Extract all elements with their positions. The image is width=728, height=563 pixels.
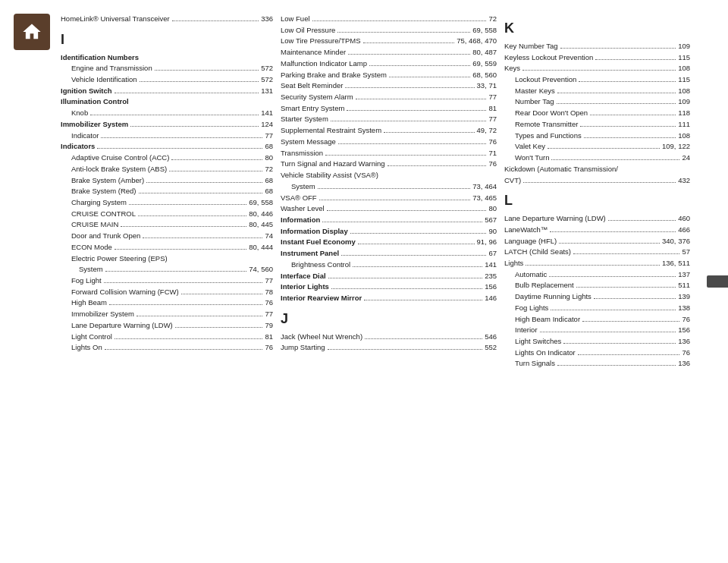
- entry-label: LaneWatch™: [504, 225, 548, 236]
- entry-pagenum: 74, 560: [249, 264, 273, 275]
- list-item: Smart Entry System81: [281, 103, 497, 115]
- entry-dots: [175, 327, 263, 328]
- list-item: Light Switches136: [504, 336, 690, 348]
- entry-dots: [560, 48, 676, 49]
- list-item: Interior Rearview Mirror146: [281, 293, 497, 304]
- entry-dots: [146, 182, 262, 183]
- list-item: Illumination Control: [61, 96, 273, 108]
- entry-label: Lane Departure Warning (LDW): [504, 213, 606, 225]
- list-item: Instant Fuel Economy91, 96: [281, 237, 497, 248]
- entry-pagenum: 68, 560: [472, 70, 497, 81]
- list-item: Seat Belt Reminder33, 71: [281, 80, 497, 92]
- list-item: Won't Turn24: [504, 153, 690, 164]
- entry-dots: [322, 222, 482, 222]
- entry-label: Lights On Indicator: [515, 348, 576, 359]
- entry-label: Starter System: [281, 114, 328, 125]
- entry-pagenum: 136: [678, 336, 690, 348]
- entry-label: Anti-lock Brake System (ABS): [71, 164, 167, 175]
- list-item: CRUISE MAIN80, 445: [61, 219, 273, 231]
- entry-dots: [551, 310, 676, 310]
- list-item: Anti-lock Brake System (ABS)72: [61, 164, 273, 175]
- list-item: Fog Lights138: [504, 303, 690, 314]
- entry-dots: [105, 271, 247, 272]
- column-left: HomeLink® Universal Transceiver336IIdent…: [61, 14, 273, 533]
- entry-label: Number Tag: [515, 96, 554, 108]
- entry-label: System: [291, 181, 315, 193]
- entry-dots: [347, 110, 486, 111]
- entry-pagenum: 57: [682, 247, 690, 258]
- list-item: Lights On Indicator76: [504, 348, 690, 359]
- entry-label: Interior: [515, 325, 538, 336]
- entry-dots: [608, 220, 676, 221]
- entry-label: Indicator: [71, 131, 99, 142]
- list-item: Adaptive Cruise Control (ACC)80: [61, 153, 273, 164]
- entry-label: Master Keys: [515, 86, 555, 97]
- entry-dots: [115, 338, 263, 339]
- list-item: Interior156: [504, 325, 690, 336]
- column-right: KKey Number Tag109Keyless Lockout Preven…: [497, 14, 690, 533]
- entry-pagenum: 572: [261, 74, 273, 86]
- entry-dots: [549, 276, 676, 277]
- entry-label: Electric Power Steering (EPS): [71, 253, 168, 265]
- list-item: Jump Starting552: [281, 342, 497, 354]
- entry-dots: [353, 266, 482, 267]
- entry-label: ECON Mode: [71, 242, 112, 253]
- entry-label: Rear Door Won't Open: [515, 108, 588, 119]
- entry-dots: [595, 59, 676, 60]
- list-item: Parking Brake and Brake System68, 560: [281, 70, 497, 81]
- entry-pagenum: 137: [678, 269, 690, 281]
- entry-label: Light Control: [71, 332, 112, 343]
- list-item: Low Fuel72: [281, 14, 497, 25]
- entry-dots: [540, 332, 676, 332]
- entry-pagenum: 67: [488, 248, 497, 259]
- entry-pagenum: 546: [485, 332, 497, 343]
- entry-pagenum: 109, 122: [662, 141, 690, 153]
- entry-label: Interior Lights: [281, 282, 329, 293]
- entry-dots: [140, 81, 259, 82]
- entry-pagenum: 76: [682, 314, 690, 326]
- entry-label: Vehicle Stability Assist (VSA®): [281, 170, 378, 181]
- list-item: Lane Departure Warning (LDW)460: [504, 213, 690, 225]
- entry-pagenum: 336: [261, 14, 273, 25]
- column-middle: Low Fuel72Low Oil Pressure69, 558Low Tir…: [273, 14, 497, 533]
- entry-pagenum: 90: [488, 226, 497, 237]
- entry-label: Automatic: [515, 269, 547, 281]
- entry-dots: [327, 210, 487, 211]
- entry-dots: [580, 126, 676, 127]
- entry-pagenum: 71: [488, 148, 497, 159]
- entry-dots: [105, 349, 263, 350]
- entry-dots: [551, 159, 679, 160]
- entry-label: Information Display: [281, 226, 348, 237]
- entry-pagenum: 109: [678, 41, 690, 52]
- list-item: Lights136, 511: [504, 258, 690, 269]
- entry-label: CRUISE CONTROL: [71, 209, 136, 220]
- entry-label: Information: [281, 215, 320, 226]
- list-item: CVT)432: [504, 175, 690, 187]
- list-item: Low Tire Pressure/TPMS75, 468, 470: [281, 36, 497, 47]
- entry-dots: [121, 226, 246, 227]
- entry-label: Key Number Tag: [504, 41, 558, 52]
- entry-label: Forward Collision Warning (FCW): [71, 287, 179, 298]
- entry-dots: [155, 70, 259, 71]
- entry-label: Turn Signal and Hazard Warning: [281, 159, 385, 170]
- entry-dots: [318, 188, 471, 189]
- entry-pagenum: 136: [678, 358, 690, 370]
- entry-pagenum: 80, 487: [472, 47, 497, 58]
- entry-dots: [97, 148, 262, 149]
- entry-pagenum: 68: [265, 175, 273, 187]
- entry-dots: [557, 93, 676, 93]
- entry-pagenum: 72: [488, 14, 497, 25]
- entry-dots: [338, 143, 487, 144]
- entry-dots: [312, 20, 487, 21]
- entry-label: Adaptive Cruise Control (ACC): [71, 153, 169, 164]
- entry-label: Brake System (Red): [71, 186, 136, 197]
- entry-label: Malfunction Indicator Lamp: [281, 58, 367, 70]
- entry-dots: [522, 70, 676, 71]
- entry-pagenum: 68: [265, 186, 273, 197]
- list-item: CRUISE CONTROL80, 446: [61, 209, 273, 220]
- entry-label: Supplemental Restraint System: [281, 125, 381, 137]
- home-icon-button[interactable]: [14, 14, 50, 50]
- entry-label: Valet Key: [515, 141, 545, 153]
- index-tab: [707, 275, 728, 288]
- entry-label: Seat Belt Reminder: [281, 80, 343, 92]
